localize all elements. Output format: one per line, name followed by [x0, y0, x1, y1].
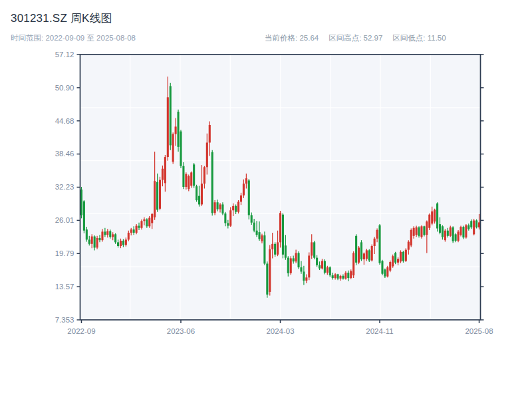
candle-body-down	[156, 182, 158, 210]
candle-body-down	[180, 132, 182, 166]
y-tick-label: 7.353	[55, 316, 74, 324]
candle-body-up	[374, 239, 376, 246]
candle-body-up	[214, 202, 216, 213]
candle-body-down	[98, 238, 100, 240]
candle-body-down	[439, 224, 441, 233]
candle-body-down	[88, 239, 90, 243]
candle-body-down	[211, 152, 213, 213]
candle-body-up	[366, 250, 368, 259]
candle-body-up	[245, 178, 247, 184]
candle-body-up	[130, 229, 132, 233]
candle-body-up	[465, 225, 467, 237]
candle-body-down	[394, 253, 396, 262]
candle-body-down	[80, 190, 82, 215]
candle-body-down	[462, 227, 464, 237]
x-tick-label: 2024-11	[366, 327, 393, 335]
candle-body-up	[229, 210, 231, 225]
candle-body-down	[256, 231, 258, 235]
candle-body-down	[285, 245, 287, 257]
candle-body-up	[271, 244, 273, 249]
candle-body-up	[136, 226, 138, 233]
candle-body-down	[248, 180, 250, 215]
candle-body-down	[355, 236, 357, 263]
candle-body-up	[277, 242, 279, 254]
x-tick-label: 2022-09	[67, 327, 95, 335]
candle-body-down	[447, 231, 449, 236]
candle-body-down	[86, 229, 88, 239]
candle-body-up	[175, 126, 177, 134]
candle-body-down	[381, 261, 383, 273]
candle-body-up	[311, 242, 313, 255]
candle-body-up	[148, 217, 150, 226]
candle-body-down	[452, 227, 454, 241]
candle-body-down	[146, 219, 148, 226]
candle-body-down	[193, 164, 195, 186]
candle-body-up	[101, 231, 103, 240]
candle-body-up	[162, 169, 164, 180]
candle-body-up	[358, 247, 360, 262]
candle-body-up	[460, 227, 462, 235]
candle-body-up	[164, 157, 166, 183]
candle-body-up	[232, 206, 234, 210]
candle-body-down	[319, 265, 321, 269]
candle-body-down	[442, 226, 444, 237]
candle-body-up	[188, 176, 190, 189]
candle-body-up	[420, 226, 422, 237]
candle-body-down	[109, 231, 111, 237]
candle-body-up	[269, 249, 271, 292]
candle-body-down	[170, 86, 172, 145]
candle-body-up	[450, 227, 452, 236]
candle-body-up	[128, 233, 130, 239]
candle-body-up	[344, 273, 346, 279]
y-tick-label: 13.57	[55, 283, 74, 291]
candle-body-down	[467, 225, 469, 229]
y-tick-label: 50.90	[55, 84, 74, 92]
candle-body-down	[182, 166, 184, 187]
candle-body-down	[266, 263, 268, 295]
candle-body-up	[410, 230, 412, 245]
candle-body-down	[263, 235, 265, 263]
candle-body-down	[104, 231, 106, 235]
candle-body-up	[125, 239, 127, 245]
candle-body-up	[305, 277, 307, 281]
candle-body-up	[434, 209, 436, 221]
candle-body-up	[392, 256, 394, 266]
candle-body-down	[177, 112, 179, 147]
candle-body-up	[444, 231, 446, 240]
candle-body-up	[363, 253, 365, 259]
candle-body-up	[159, 180, 161, 209]
candle-body-up	[431, 211, 433, 223]
candle-body-down	[114, 234, 116, 242]
candle-body-up	[426, 221, 428, 235]
candle-body-up	[339, 276, 341, 279]
y-tick-label: 19.79	[55, 249, 74, 257]
y-tick-label: 44.68	[55, 117, 74, 125]
candle-body-down	[133, 229, 135, 233]
candle-body-up	[295, 253, 297, 261]
candle-body-down	[217, 202, 219, 209]
candle-body-down	[287, 258, 289, 273]
y-tick-label: 38.46	[55, 150, 74, 158]
candle-body-up	[106, 231, 108, 235]
candle-body-up	[408, 242, 410, 250]
candle-body-up	[151, 214, 153, 223]
candle-body-down	[378, 225, 380, 263]
candle-body-up	[120, 241, 122, 246]
candle-body-up	[185, 174, 187, 187]
candle-body-down	[316, 258, 318, 265]
candle-body-up	[209, 125, 211, 142]
candle-body-down	[455, 234, 457, 241]
candle-body-up	[389, 262, 391, 271]
candle-body-up	[243, 184, 245, 196]
candle-body-up	[308, 255, 310, 277]
candle-body-up	[413, 228, 415, 236]
candle-body-up	[397, 259, 399, 263]
candle-body-down	[384, 269, 386, 276]
candle-body-up	[400, 252, 402, 261]
candle-body-up	[416, 227, 418, 235]
x-tick-label: 2023-06	[167, 327, 195, 335]
candle-body-up	[473, 221, 475, 235]
x-tick-label: 2025-08	[465, 327, 493, 335]
x-tick-label: 2024-03	[266, 327, 294, 335]
candle-body-up	[371, 246, 373, 261]
